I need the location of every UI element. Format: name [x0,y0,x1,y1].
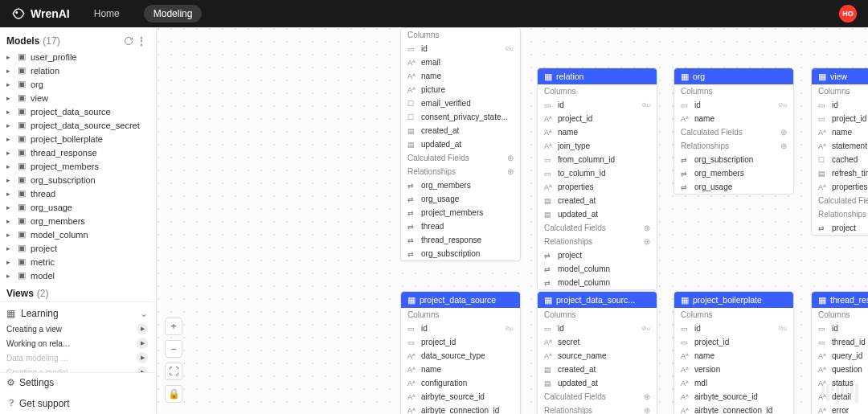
column-row[interactable]: ▤refresh_time [812,166,868,180]
sidebar-model-item[interactable]: ▸▣model [0,268,156,282]
model-card[interactable]: ▦viewColumns▭id⊘u▭project_idAᴬnameAᴬstat… [811,68,868,236]
support-link[interactable]: ？ Get support [0,392,156,414]
relationship-row[interactable]: ⇄org_members [674,166,793,180]
column-row[interactable]: ▭id⊘u [812,322,868,335]
column-row[interactable]: Aᴬname [674,349,793,363]
card-header[interactable]: ▦project_data_source [401,292,520,308]
relationship-row[interactable]: ⇄org_subscription [674,153,793,166]
sidebar-model-item[interactable]: ▸▣thread [0,187,156,200]
zoom-fit-button[interactable]: ⛶ [165,363,182,380]
learning-item[interactable]: Creating a view▶ [0,322,156,336]
column-row[interactable]: ▭project_id [674,335,793,349]
relationship-row[interactable]: ⇄project [812,221,868,235]
column-row[interactable]: ▭project_id [812,112,868,125]
sidebar-model-item[interactable]: ▸▣org_members [0,214,156,227]
sidebar-model-item[interactable]: ▸▣org [0,77,156,91]
column-row[interactable]: Aᴬdata_source_type [401,349,520,363]
column-row[interactable]: Aᴬproperties [538,180,657,194]
column-row[interactable]: Aᴬproject_id [538,112,657,125]
column-row[interactable]: ▤created_at [538,194,657,207]
card-header[interactable]: ▦relation [538,68,657,84]
add-rel-button[interactable]: ⊕ [507,167,514,176]
column-row[interactable]: Aᴬsource_name [538,349,657,363]
column-row[interactable]: Aᴬname [812,125,868,139]
column-row[interactable]: Aᴬquery_id [812,349,868,363]
model-card[interactable]: ▦project_boilerplateColumns▭id⊘u▭project… [674,291,794,414]
sidebar-model-item[interactable]: ▸▣project_data_source [0,105,156,118]
zoom-out-button[interactable]: − [165,340,182,358]
column-row[interactable]: ☐email_verified [401,96,520,110]
column-row[interactable]: ▭project_id [401,335,520,349]
column-row[interactable]: Aᴬname [401,69,520,83]
sidebar-model-item[interactable]: ▸▣view [0,91,156,105]
column-row[interactable]: ▤updated_at [401,137,520,151]
sidebar-model-item[interactable]: ▸▣user_profile [0,50,156,64]
logo[interactable]: WrenAI [11,6,70,21]
column-row[interactable]: ▭id⊘u [538,98,657,112]
column-row[interactable]: Aᴬstatement [812,139,868,153]
column-row[interactable]: ▭id⊘u [401,322,520,335]
column-row[interactable]: Aᴬname [401,363,520,376]
learning-item[interactable]: Data modeling guide▶ [0,350,156,365]
card-header[interactable]: ▦project_boilerplate [674,292,793,308]
column-row[interactable]: ▭id⊘u [674,98,793,112]
column-row[interactable]: Aᴬpicture [401,83,520,96]
column-row[interactable]: ☐cached [812,153,868,166]
column-row[interactable]: ▤created_at [538,363,657,376]
model-card[interactable]: ▦relationColumns▭id⊘uAᴬproject_idAᴬnameA… [537,68,657,290]
relationship-row[interactable]: ⇄org_usage [401,192,520,206]
add-calc-button[interactable]: ⊕ [644,392,650,401]
card-header[interactable]: ▦project_data_sourc... [538,292,657,308]
sidebar-model-item[interactable]: ▸▣model_column [0,227,156,241]
card-header[interactable]: ▦org [674,68,793,84]
sidebar-model-item[interactable]: ▸▣org_subscription [0,173,156,187]
settings-link[interactable]: ⚙ Settings [0,373,156,392]
relationship-row[interactable]: ⇄org_members [401,178,520,192]
column-row[interactable]: ☐consent_privacy_state... [401,110,520,124]
column-row[interactable]: Aᴬerror [812,404,868,414]
zoom-in-button[interactable]: + [165,318,182,335]
model-card[interactable]: ▦project_data_sourc...Columns▭id⊘uAᴬsecr… [537,291,657,414]
column-row[interactable]: Aᴬairbyte_source_id [674,390,793,404]
add-calc-button[interactable]: ⊕ [507,154,514,162]
card-header[interactable]: ▦view [812,68,868,84]
relationship-row[interactable]: ⇄project [538,248,657,262]
column-row[interactable]: Aᴬversion [674,363,793,376]
column-row[interactable]: Aᴬsecret [538,335,657,349]
column-row[interactable]: Aᴬname [538,125,657,139]
add-rel-button[interactable]: ⊕ [780,141,787,150]
model-card[interactable]: ▦orgColumns▭id⊘uAᴬnameCalculated Fields⊕… [674,68,794,195]
more-icon[interactable]: ⋮ [135,35,148,47]
model-canvas[interactable]: ▦Columns▭id⊘uAᴬemailAᴬnameAᴬpicture☐emai… [157,27,868,414]
sidebar-model-item[interactable]: ▸▣project [0,241,156,255]
relationship-row[interactable]: ⇄org_usage [674,180,793,194]
add-calc-button[interactable]: ⊕ [644,223,650,232]
column-row[interactable]: ▭thread_id [812,335,868,349]
column-row[interactable]: ▭to_column_id [538,166,657,180]
column-row[interactable]: Aᴬname [674,112,793,125]
sidebar-model-item[interactable]: ▸▣project_members [0,159,156,173]
relationship-row[interactable]: ⇄org_subscription [401,247,520,260]
relationship-row[interactable]: ⇄thread_response [401,233,520,247]
card-header[interactable]: ▦thread_response [812,292,868,308]
column-row[interactable]: ▤created_at [401,124,520,137]
user-avatar[interactable]: HO [839,5,857,23]
sidebar-model-item[interactable]: ▸▣metric [0,255,156,268]
sidebar-model-item[interactable]: ▸▣relation [0,64,156,77]
relationship-row[interactable]: ⇄model_column [538,276,657,289]
add-rel-button[interactable]: ⊕ [644,237,650,246]
column-row[interactable]: Aᴬquestion [812,363,868,376]
sidebar-model-item[interactable]: ▸▣project_boilerplate [0,132,156,146]
column-row[interactable]: Aᴬmdl [674,376,793,390]
zoom-lock-button[interactable]: 🔒 [165,385,182,403]
column-row[interactable]: Aᴬairbyte_connection_id [674,404,793,414]
column-row[interactable]: Aᴬairbyte_connection_id [401,404,520,414]
nav-home[interactable]: Home [84,5,129,23]
learning-item[interactable]: Creating a model▶ [0,365,156,372]
column-row[interactable]: ▤updated_at [538,376,657,390]
add-rel-button[interactable]: ⊕ [644,406,650,414]
learning-header[interactable]: ▦ Learning ⌄ [0,305,156,322]
column-row[interactable]: Aᴬproperties [812,180,868,194]
column-row[interactable]: ▭id⊘u [401,42,520,55]
model-card[interactable]: ▦project_data_sourceColumns▭id⊘u▭project… [400,291,521,414]
